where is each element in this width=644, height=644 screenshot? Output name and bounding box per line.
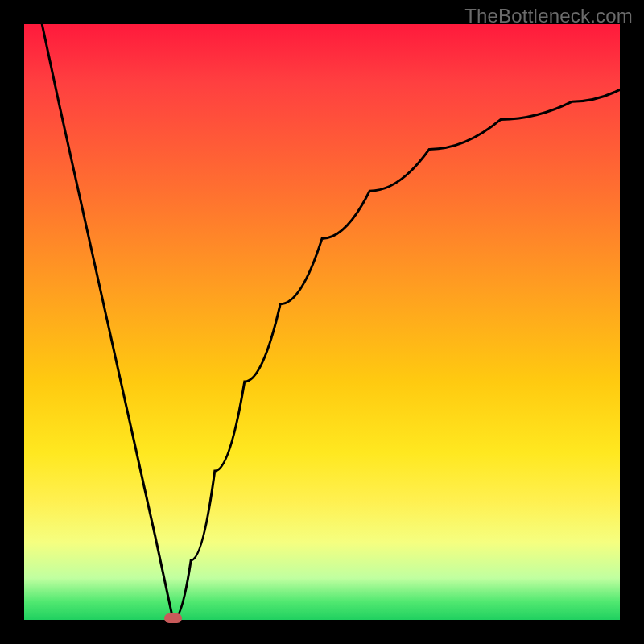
plot-area (24, 24, 620, 620)
bottleneck-curve (24, 24, 620, 620)
curve-right-branch (173, 89, 620, 620)
curve-left-branch (42, 24, 173, 620)
minimum-marker (164, 613, 182, 623)
chart-frame: TheBottleneck.com (0, 0, 644, 644)
